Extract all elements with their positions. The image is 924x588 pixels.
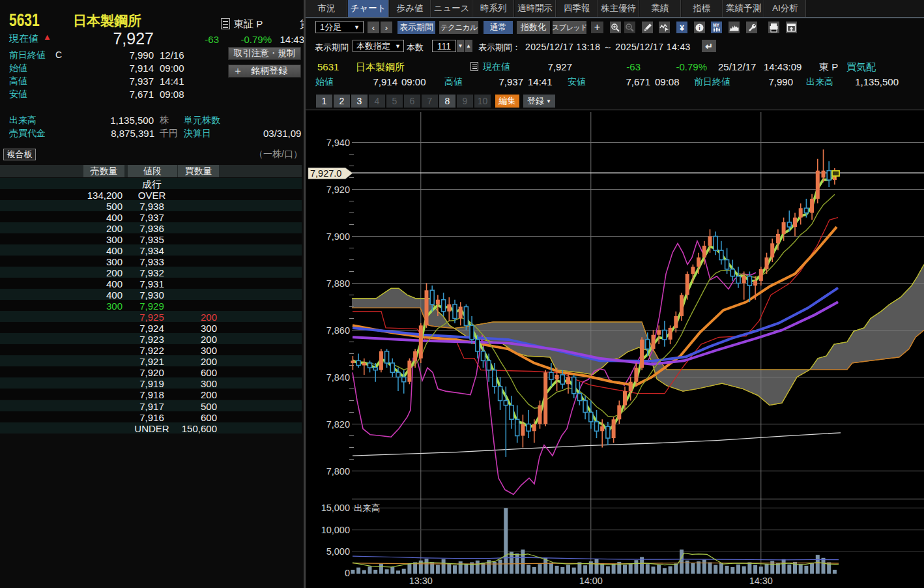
svg-text:14:00: 14:00 <box>579 576 603 586</box>
svg-text:10,000: 10,000 <box>321 525 350 535</box>
svg-text:7,900: 7,900 <box>326 231 350 242</box>
svg-text:15,000: 15,000 <box>321 503 350 513</box>
svg-text:7,860: 7,860 <box>326 325 350 336</box>
svg-text:7,940: 7,940 <box>326 138 350 148</box>
svg-text:出来高: 出来高 <box>354 503 381 513</box>
svg-text:7,840: 7,840 <box>326 372 350 383</box>
svg-text:5,000: 5,000 <box>326 546 350 557</box>
svg-text:7,920: 7,920 <box>326 184 350 195</box>
svg-text:MY: MY <box>713 23 719 27</box>
svg-text:7,880: 7,880 <box>326 278 350 289</box>
svg-text:13:30: 13:30 <box>409 576 433 586</box>
svg-text:0: 0 <box>345 568 350 578</box>
svg-text:14:30: 14:30 <box>749 576 773 586</box>
svg-text:7,927.0: 7,927.0 <box>310 168 341 179</box>
svg-text:¥: ¥ <box>680 23 684 33</box>
svg-text:7,820: 7,820 <box>326 419 350 430</box>
svg-text:i: i <box>699 25 700 31</box>
svg-text:7,800: 7,800 <box>326 466 350 477</box>
